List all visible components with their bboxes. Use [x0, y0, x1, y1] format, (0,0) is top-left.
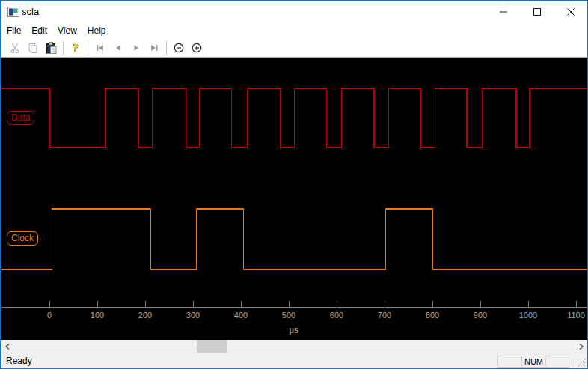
copy-button[interactable] — [27, 42, 39, 54]
svg-text:900: 900 — [474, 311, 487, 320]
help-icon: ? — [70, 42, 82, 54]
go-first-icon — [94, 42, 106, 54]
help-button[interactable]: ? — [70, 42, 82, 54]
svg-text:800: 800 — [426, 311, 439, 320]
cut-button[interactable] — [9, 42, 21, 54]
resize-grip[interactable] — [577, 358, 587, 368]
status-message: Ready — [6, 356, 32, 366]
zoom-out-button[interactable] — [173, 42, 185, 54]
status-pane-num: NUM — [521, 356, 546, 368]
svg-text:200: 200 — [138, 311, 152, 320]
horizontal-scrollbar[interactable] — [1, 340, 587, 353]
toolbar: ? — [1, 38, 587, 58]
menu-edit[interactable]: Edit — [26, 24, 52, 37]
window-title: scla — [22, 6, 39, 17]
svg-text:600: 600 — [330, 311, 343, 320]
go-next-icon — [130, 42, 142, 54]
chevron-right-icon — [578, 343, 584, 350]
close-button[interactable] — [554, 1, 587, 22]
app-window: scla File Edit View Help — [0, 0, 588, 369]
signal-label-data[interactable]: Data — [7, 111, 34, 125]
app-icon — [7, 7, 19, 17]
chevron-left-icon — [4, 343, 10, 350]
svg-text:100: 100 — [91, 311, 104, 320]
maximize-button[interactable] — [520, 1, 554, 22]
toolbar-separator — [88, 41, 88, 55]
menu-file[interactable]: File — [1, 24, 26, 37]
menu-bar: File Edit View Help — [1, 23, 587, 38]
waveform-canvas: 010020030040050060070080090010001100 µs — [1, 58, 587, 340]
title-bar[interactable]: scla — [1, 1, 587, 23]
svg-text:300: 300 — [186, 311, 200, 320]
x-axis-unit-label: µs — [289, 325, 299, 335]
zoom-in-button[interactable] — [191, 42, 203, 54]
num-lock-indicator: NUM — [524, 357, 543, 366]
svg-text:500: 500 — [282, 311, 295, 320]
close-icon — [567, 8, 575, 16]
svg-text:0: 0 — [47, 311, 52, 320]
status-pane-empty-2 — [545, 356, 569, 368]
go-last-icon — [148, 42, 160, 54]
status-bar: Ready NUM — [1, 353, 587, 368]
toolbar-separator — [63, 41, 64, 55]
svg-text:400: 400 — [234, 311, 248, 320]
zoom-in-icon — [191, 42, 203, 54]
signal-traces — [1, 88, 587, 269]
scissors-icon — [9, 42, 21, 54]
menu-help[interactable]: Help — [82, 24, 111, 37]
time-axis: 010020030040050060070080090010001100 — [1, 301, 587, 320]
go-last-button[interactable] — [148, 42, 160, 54]
copy-icon — [27, 42, 39, 54]
waveform-plot[interactable]: 010020030040050060070080090010001100 µs … — [1, 58, 587, 340]
maximize-icon — [533, 8, 541, 16]
svg-text:700: 700 — [378, 311, 391, 320]
scrollbar-thumb[interactable] — [197, 340, 227, 353]
status-pane-empty-1 — [497, 356, 521, 368]
scroll-left-button[interactable] — [1, 340, 13, 353]
svg-text:1100: 1100 — [567, 311, 585, 320]
go-previous-button[interactable] — [112, 42, 124, 54]
scroll-right-button[interactable] — [575, 340, 587, 353]
signal-label-clock[interactable]: Clock — [7, 231, 38, 246]
minimize-button[interactable] — [486, 1, 520, 22]
go-first-button[interactable] — [94, 42, 106, 54]
svg-text:?: ? — [73, 42, 79, 54]
paste-button[interactable] — [45, 42, 57, 54]
toolbar-separator — [166, 41, 167, 55]
menu-view[interactable]: View — [52, 24, 82, 37]
zoom-out-icon — [173, 42, 185, 54]
window-controls — [486, 1, 587, 23]
paste-icon — [45, 42, 57, 54]
svg-text:1000: 1000 — [519, 311, 537, 320]
go-previous-icon — [112, 42, 124, 54]
go-next-button[interactable] — [130, 42, 142, 54]
minimize-icon — [500, 8, 507, 16]
